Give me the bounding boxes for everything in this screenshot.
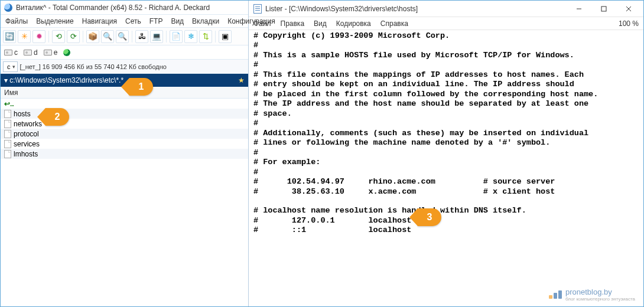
close-button[interactable]	[616, 2, 641, 16]
sun-icon[interactable]: ✹	[32, 30, 45, 43]
updir-row[interactable]: ↩..	[1, 99, 248, 109]
tc-drive-buttons: c d e	[1, 45, 248, 60]
chevron-down-icon: ▾	[12, 64, 15, 70]
tc-menubar: Файлы Выделение Навигация Сеть FTP Вид В…	[1, 15, 248, 28]
lister-window-title: Lister - [C:\Windows\System32\drivers\et…	[265, 5, 563, 13]
globe-icon	[63, 49, 70, 56]
callout-3: 3	[418, 208, 441, 226]
callout-1: 1	[129, 78, 153, 96]
tc-menu-tabs[interactable]: Вкладки	[192, 17, 219, 25]
toolbar-sep5	[215, 31, 216, 43]
file-icon	[4, 120, 11, 128]
tc-app-icon	[4, 4, 12, 12]
watermark-tag: блог компьютерного энтузиаста	[565, 296, 635, 302]
disk-icon	[4, 50, 12, 55]
search2-icon[interactable]: 🔍	[116, 30, 129, 43]
tc-menu-nav[interactable]: Навигация	[82, 17, 117, 25]
toolbar-sep2	[83, 31, 83, 43]
tc-titlebar[interactable]: Виталик^ - Total Commander (x64) 8.52 - …	[1, 1, 248, 15]
drive-d-button[interactable]: d	[24, 48, 38, 57]
free-space-label: [_нет_] 16 909 456 Кб из 55 740 412 Кб с…	[20, 63, 167, 70]
disk-icon	[44, 50, 52, 55]
minimize-button[interactable]	[567, 2, 591, 16]
packer-icon[interactable]: 📦	[86, 30, 99, 43]
lister-titlebar[interactable]: Lister - [C:\Windows\System32\drivers\et…	[249, 1, 643, 17]
list-item[interactable]: protocol	[1, 129, 248, 139]
tc-menu-net[interactable]: Сеть	[125, 17, 141, 25]
drive-c-button[interactable]: c	[4, 48, 18, 57]
telnet-icon[interactable]: 💻	[150, 30, 163, 43]
toolbar-sep	[48, 31, 49, 43]
sort-icon[interactable]: ⇅	[199, 30, 212, 43]
drive-combobox[interactable]: c ▾	[3, 61, 18, 72]
lister-window: Lister - [C:\Windows\System32\drivers\et…	[249, 1, 643, 307]
file-icon	[4, 140, 11, 148]
lister-menu-help[interactable]: Справка	[380, 19, 408, 28]
toolbar-sep3	[132, 31, 132, 43]
maximize-button[interactable]	[591, 2, 616, 16]
tc-menu-view[interactable]: Вид	[171, 17, 184, 25]
list-item[interactable]: services	[1, 139, 248, 149]
disk-icon	[24, 50, 32, 55]
tc-toolbar: 🔄 ✳ ✹ ⟲ ⟳ 📦 🔍 🔍 🖧 💻 📄 ❄ ⇅ ▣	[1, 28, 248, 45]
svg-rect-1	[601, 6, 606, 11]
back-icon[interactable]: ⟲	[52, 30, 65, 43]
lister-menu-edit[interactable]: Правка	[281, 19, 305, 28]
lister-menu-file[interactable]: Файл	[253, 19, 271, 28]
list-item[interactable]: lmhosts	[1, 149, 248, 159]
search-icon[interactable]: 🔍	[101, 30, 114, 43]
favorites-star-icon[interactable]: ★	[238, 76, 245, 84]
tc-window-title: Виталик^ - Total Commander (x64) 8.52 - …	[16, 4, 210, 12]
callout-2: 2	[45, 108, 69, 126]
watermark-name: pronetblog.by	[565, 288, 612, 296]
tc-menu-ftp[interactable]: FTP	[149, 17, 163, 25]
lister-app-icon	[253, 4, 262, 14]
network-button[interactable]	[63, 49, 70, 56]
ftp-icon[interactable]: 🖧	[135, 30, 148, 43]
forward-icon[interactable]: ⟳	[67, 30, 80, 43]
file-icon	[4, 110, 11, 118]
tc-drive-bar: c ▾ [_нет_] 16 909 456 Кб из 55 740 412 …	[1, 60, 248, 74]
window-controls	[567, 2, 641, 16]
gear-icon[interactable]: ✳	[18, 30, 31, 43]
file-list[interactable]: ↩.. hosts networks protocol services lmh…	[1, 99, 248, 307]
console-icon[interactable]: ▣	[219, 30, 232, 43]
lister-menubar: Файл Правка Вид Кодировка Справка 100 %	[249, 17, 643, 30]
current-path: ▾ c:\Windows\System32\drivers\etc\*.*	[4, 76, 123, 84]
watermark: pronetblog.by блог компьютерного энтузиа…	[549, 288, 635, 302]
tc-menu-files[interactable]: Файлы	[5, 17, 28, 25]
watermark-logo-icon	[549, 290, 562, 299]
lister-text-content[interactable]: # Copyright (c) 1993-2009 Microsoft Corp…	[249, 30, 643, 307]
lister-menu-encoding[interactable]: Кодировка	[336, 19, 371, 28]
toolbar-sep4	[166, 31, 167, 43]
lister-menu-view[interactable]: Вид	[314, 19, 327, 28]
total-commander-window: Виталик^ - Total Commander (x64) 8.52 - …	[1, 1, 249, 307]
file-icon	[4, 150, 11, 158]
drive-e-button[interactable]: e	[44, 48, 58, 57]
notepad-icon[interactable]: 📄	[170, 30, 183, 43]
file-icon	[4, 130, 11, 138]
up-arrow-icon: ↩..	[4, 100, 14, 108]
tc-menu-selection[interactable]: Выделение	[36, 17, 74, 25]
snow-icon[interactable]: ❄	[184, 30, 197, 43]
refresh-icon[interactable]: 🔄	[3, 30, 16, 43]
scroll-percent: 100 %	[619, 19, 639, 28]
